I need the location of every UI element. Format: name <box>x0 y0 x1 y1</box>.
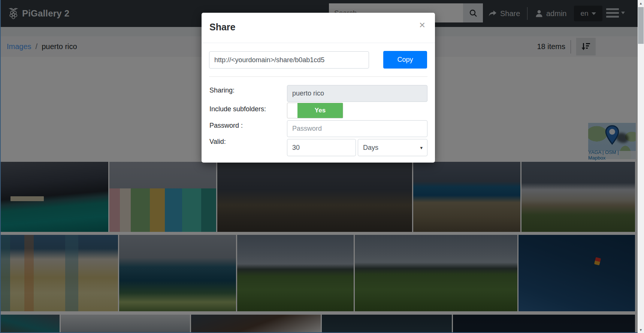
share-dialog-header: Share × <box>202 13 435 43</box>
vertical-scrollbar[interactable]: ▲ ▼ <box>638 0 644 333</box>
share-dialog: Share × Copy Sharing: Include subfolders… <box>202 13 435 163</box>
section-divider <box>209 76 427 77</box>
include-subfolders-label: Include subfolders: <box>209 105 266 113</box>
scroll-down-arrow-icon[interactable]: ▼ <box>638 327 644 333</box>
valid-duration-field[interactable] <box>287 139 356 156</box>
sharing-name-field <box>287 85 427 102</box>
toggle-on-segment: Yes <box>297 103 343 118</box>
share-dialog-title: Share <box>209 22 235 33</box>
select-caret-icon: ▾ <box>420 145 423 151</box>
copy-button[interactable]: Copy <box>383 51 427 69</box>
scrollbar-thumb[interactable] <box>638 7 644 44</box>
valid-label: Valid: <box>209 138 226 146</box>
scroll-up-arrow-icon[interactable]: ▲ <box>638 0 644 6</box>
password-label: Password : <box>209 122 243 130</box>
close-button[interactable]: × <box>417 19 427 31</box>
valid-unit-value: Days <box>363 144 378 152</box>
share-url-input[interactable] <box>209 51 369 69</box>
include-subfolders-toggle[interactable]: Yes <box>287 103 343 118</box>
valid-unit-select[interactable]: Days ▾ <box>358 139 427 156</box>
password-field[interactable] <box>287 120 427 137</box>
sharing-label: Sharing: <box>209 87 235 94</box>
